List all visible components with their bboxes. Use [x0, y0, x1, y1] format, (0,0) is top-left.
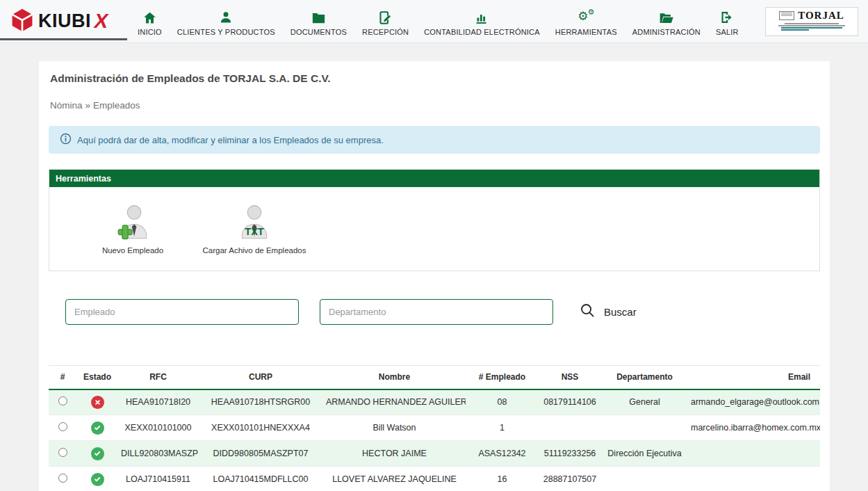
cell-email: [688, 441, 820, 467]
cell-rfc: HEAA910718I20: [118, 389, 198, 415]
cell-email: armando_elgarage@outlook.com: [688, 389, 820, 415]
tool-label: Nuevo Empleado: [102, 246, 163, 255]
nav-item-documentos[interactable]: DOCUMENTOS: [290, 6, 347, 36]
cell-email: marcelino.ibarra@homex.com.mx: [688, 415, 820, 441]
info-alert: Aquí podrá dar de alta, modificar y elim…: [49, 126, 820, 154]
table-row: HEAA910718I20 HEAA910718HTSRGR00 ARMANDO…: [49, 389, 820, 415]
kiubix-logo[interactable]: KIUBIX: [10, 8, 129, 35]
nav-item-contabilidad-electronica[interactable]: CONTABILIDAD ELECTRÓNICA: [424, 6, 540, 36]
exit-icon: [720, 10, 734, 25]
cell-nombre: ARMANDO HERNANDEZ AGUILERA: [323, 389, 466, 415]
nav-item-administracion[interactable]: ADMINISTRACIÓN: [632, 6, 701, 36]
company-logo-address-lines: [770, 23, 853, 31]
status-inactive-icon: [91, 396, 104, 409]
cell-departamento: General: [601, 389, 688, 415]
home-icon: [142, 10, 157, 25]
breadcrumb-nomina[interactable]: Nómina: [50, 100, 83, 111]
upload-employees-file-button[interactable]: TXT Cargar Achivo de Empleados: [199, 203, 310, 255]
person-icon: [219, 10, 233, 25]
cell-rfc: LOAJ710415911: [118, 467, 198, 491]
col-header-email: Email: [688, 366, 820, 389]
search-button[interactable]: Buscar: [580, 303, 637, 321]
top-navbar: KIUBIX INICIO CLIENTES Y PRODUCTOS DOCUM…: [0, 0, 868, 43]
brand-x: X: [92, 10, 110, 33]
cell-num-empleado: 16: [466, 467, 539, 491]
document-edit-icon: [378, 10, 393, 25]
nav-item-recepcion[interactable]: RECEPCIÓN: [362, 6, 409, 36]
row-select-radio[interactable]: [58, 448, 67, 457]
main-menu: INICIO CLIENTES Y PRODUCTOS DOCUMENTOS R…: [138, 6, 739, 36]
cell-curp: DIDD980805MASZPT07: [198, 441, 323, 467]
cell-nombre: LLOVET ALVAREZ JAQUELINE: [323, 467, 466, 491]
col-header-nombre: Nombre: [323, 366, 466, 389]
nav-item-salir[interactable]: SALIR: [716, 6, 739, 36]
cell-curp: LOAJ710415MDFLLC00: [198, 467, 323, 491]
cell-num-empleado: ASAS12342: [466, 441, 539, 467]
col-header-num: #: [49, 366, 76, 389]
nav-item-label: INICIO: [138, 28, 162, 36]
cell-rfc: DILL920803MASZPT: [118, 441, 198, 467]
cell-nss: 28887107507: [539, 467, 601, 491]
cell-nss: 08179114106: [539, 389, 601, 415]
cell-nombre: Bill Watson: [323, 415, 466, 441]
row-select-radio[interactable]: [58, 422, 67, 431]
row-select-radio[interactable]: [58, 474, 67, 483]
new-employee-button[interactable]: Nuevo Empleado: [77, 203, 188, 255]
row-select-radio[interactable]: [58, 396, 67, 405]
col-header-rfc: RFC: [118, 366, 198, 389]
new-employee-icon: [113, 203, 152, 245]
cell-num-empleado: 1: [466, 415, 539, 441]
company-logo: TORJAL: [765, 7, 858, 36]
cell-num-empleado: 08: [466, 389, 539, 415]
search-button-label: Buscar: [604, 306, 637, 318]
bar-chart-icon: [475, 10, 489, 25]
folder-icon: [311, 10, 326, 25]
tools-panel-title: Herramientas: [49, 170, 819, 187]
search-section: Buscar: [49, 299, 820, 325]
nav-item-label: HERRAMIENTAS: [555, 28, 617, 36]
cell-nss: [539, 415, 601, 441]
table-header-row: # Estado RFC CURP Nombre # Empleado NSS …: [49, 366, 820, 389]
cell-departamento: [601, 467, 688, 491]
employee-search-input[interactable]: [65, 299, 299, 325]
page-title: Administración de Empleados de TORJAL S.…: [50, 72, 820, 85]
table-row: DILL920803MASZPT DIDD980805MASZPT07 HECT…: [49, 441, 820, 467]
col-header-departamento: Departamento: [601, 366, 688, 389]
nav-item-label: SALIR: [716, 28, 739, 36]
department-search-input[interactable]: [320, 299, 553, 325]
svg-text:TXT: TXT: [245, 226, 264, 237]
cell-departamento: Dirección Ejecutiva: [601, 441, 688, 467]
employees-table: # Estado RFC CURP Nombre # Empleado NSS …: [49, 365, 820, 491]
kiubix-cube-icon: [10, 8, 35, 35]
breadcrumb-empleados: Empleados: [93, 100, 140, 111]
company-logo-name: TORJAL: [798, 10, 844, 22]
gears-icon: ⚙⚙: [578, 10, 594, 25]
tools-panel: Herramientas Nuevo Empleado: [49, 169, 820, 271]
nav-item-label: DOCUMENTOS: [290, 28, 347, 36]
brand-underline: [0, 38, 127, 40]
table-row: LOAJ710415911 LOAJ710415MDFLLC00 LLOVET …: [49, 467, 820, 491]
cell-departamento: [601, 415, 688, 441]
cell-curp: XEXX010101HNEXXXA4: [198, 415, 323, 441]
upload-employees-txt-icon: TXT: [235, 203, 274, 245]
info-icon: [60, 133, 72, 147]
nav-item-label: ADMINISTRACIÓN: [632, 28, 701, 36]
cell-nss: 51119233256: [539, 441, 601, 467]
table-row: XEXX010101000 XEXX010101HNEXXXA4 Bill Wa…: [49, 415, 820, 441]
status-active-icon: [91, 447, 104, 460]
cell-rfc: XEXX010101000: [118, 415, 198, 441]
cell-nombre: HECTOR JAIME: [323, 441, 466, 467]
info-alert-text: Aquí podrá dar de alta, modificar y elim…: [77, 135, 384, 145]
nav-item-label: CONTABILIDAD ELECTRÓNICA: [424, 28, 540, 36]
col-header-nss: NSS: [539, 366, 601, 389]
col-header-curp: CURP: [198, 366, 323, 389]
nav-item-herramientas[interactable]: ⚙⚙ HERRAMIENTAS: [555, 6, 617, 36]
nav-item-inicio[interactable]: INICIO: [138, 6, 162, 36]
tool-label: Cargar Achivo de Empleados: [203, 246, 306, 255]
content-card: Administración de Empleados de TORJAL S.…: [39, 61, 830, 491]
breadcrumb: Nómina»Empleados: [50, 100, 820, 111]
status-active-icon: [91, 421, 104, 435]
status-active-icon: [91, 473, 104, 486]
brand-text: KIUBI: [38, 10, 91, 32]
nav-item-clientes-y-productos[interactable]: CLIENTES Y PRODUCTOS: [177, 6, 275, 36]
